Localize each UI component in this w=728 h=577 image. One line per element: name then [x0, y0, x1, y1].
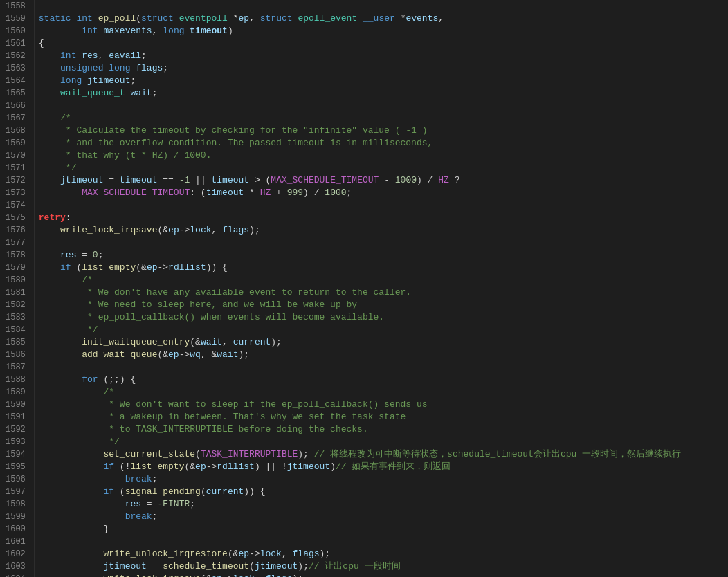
- line-content: jtimeout = timeout == -1 || timeout > (M…: [34, 174, 728, 187]
- code-line: 1560 int maxevents, long timeout): [0, 25, 728, 37]
- code-line: 1598 res = -EINTR;: [0, 498, 728, 511]
- line-number: 1599: [0, 511, 34, 523]
- line-content: /*: [34, 112, 728, 125]
- code-line: 1594 set_current_state(TASK_INTERRUPTIBL…: [0, 448, 728, 461]
- line-content: if (list_empty(&ep->rdllist)) {: [34, 262, 728, 274]
- code-line: 1587: [0, 361, 728, 374]
- code-line: 1571 */: [0, 162, 728, 174]
- code-line: 1581 * We don't have any available event…: [0, 286, 728, 299]
- code-line: 1599 break;: [0, 511, 728, 523]
- line-number: 1567: [0, 112, 34, 125]
- line-content: if (!list_empty(&ep->rdllist) || !jtimeo…: [34, 461, 728, 473]
- line-number: 1564: [0, 75, 34, 87]
- line-content: * ep_poll_callback() when events will be…: [34, 311, 728, 324]
- line-number: 1584: [0, 324, 34, 336]
- line-content: int maxevents, long timeout): [34, 25, 728, 37]
- line-content: static int ep_poll(struct eventpoll *ep,…: [34, 12, 728, 25]
- code-line: 1585 init_waitqueue_entry(&wait, current…: [0, 336, 728, 349]
- line-content: retry:: [34, 212, 728, 224]
- line-number: 1561: [0, 37, 34, 50]
- line-number: 1587: [0, 361, 34, 374]
- code-line: 1564 long jtimeout;: [0, 75, 728, 87]
- line-content: * We need to sleep here, and we will be …: [34, 299, 728, 311]
- line-number: 1579: [0, 262, 34, 274]
- line-number: 1588: [0, 374, 34, 386]
- code-line: 1595 if (!list_empty(&ep->rdllist) || !j…: [0, 461, 728, 473]
- line-content: write_lock_irqsave(&ep->lock, flags);: [34, 573, 728, 577]
- line-content: [34, 0, 728, 12]
- line-content: for (;;) {: [34, 374, 728, 386]
- line-number: 1560: [0, 25, 34, 37]
- code-line: 1588 for (;;) {: [0, 374, 728, 386]
- code-line: 1577: [0, 237, 728, 249]
- line-number: 1576: [0, 224, 34, 237]
- code-line: 1576 write_lock_irqsave(&ep->lock, flags…: [0, 224, 728, 237]
- line-content: unsigned long flags;: [34, 62, 728, 75]
- code-line: 1565 wait_queue_t wait;: [0, 87, 728, 100]
- line-content: [34, 361, 728, 374]
- line-content: [34, 237, 728, 249]
- line-content: write_unlock_irqrestore(&ep->lock, flags…: [34, 548, 728, 560]
- line-content: [34, 199, 728, 212]
- line-content: * a wakeup in between. That's why we set…: [34, 411, 728, 423]
- code-line: 1583 * ep_poll_callback() when events wi…: [0, 311, 728, 324]
- code-line: 1566: [0, 100, 728, 112]
- line-number: 1595: [0, 461, 34, 473]
- line-number: 1591: [0, 411, 34, 423]
- line-number: 1562: [0, 50, 34, 62]
- code-line: 1567 /*: [0, 112, 728, 125]
- code-line: 1575retry:: [0, 212, 728, 224]
- line-content: */: [34, 162, 728, 174]
- line-number: 1590: [0, 399, 34, 411]
- line-content: */: [34, 436, 728, 448]
- code-line: 1579 if (list_empty(&ep->rdllist)) {: [0, 262, 728, 274]
- line-content: * We don't want to sleep if the ep_poll_…: [34, 399, 728, 411]
- line-number: 1598: [0, 498, 34, 511]
- line-number: 1602: [0, 548, 34, 560]
- code-line: 1591 * a wakeup in between. That's why w…: [0, 411, 728, 423]
- line-number: 1573: [0, 187, 34, 199]
- code-line: 1559static int ep_poll(struct eventpoll …: [0, 12, 728, 25]
- line-content: break;: [34, 511, 728, 523]
- code-line: 1569 * and the overflow condition. The p…: [0, 137, 728, 149]
- line-number: 1603: [0, 560, 34, 573]
- line-number: 1601: [0, 535, 34, 548]
- line-number: 1569: [0, 137, 34, 149]
- line-number: 1583: [0, 311, 34, 324]
- code-line: 1561{: [0, 37, 728, 50]
- line-content: long jtimeout;: [34, 75, 728, 87]
- line-number: 1585: [0, 336, 34, 349]
- code-line: 1600 }: [0, 523, 728, 535]
- line-content: MAX_SCHEDULE_TIMEOUT: (timeout * HZ + 99…: [34, 187, 728, 199]
- line-number: 1578: [0, 249, 34, 262]
- line-number: 1593: [0, 436, 34, 448]
- line-content: if (signal_pending(current)) {: [34, 486, 728, 498]
- code-line: 1580 /*: [0, 274, 728, 286]
- line-content: }: [34, 523, 728, 535]
- line-number: 1558: [0, 0, 34, 12]
- line-content: */: [34, 324, 728, 336]
- line-number: 1566: [0, 100, 34, 112]
- line-content: break;: [34, 473, 728, 486]
- line-number: 1574: [0, 199, 34, 212]
- code-line: 1558: [0, 0, 728, 12]
- line-content: [34, 100, 728, 112]
- code-line: 1592 * to TASK_INTERRUPTIBLE before doin…: [0, 423, 728, 436]
- code-line: 1602 write_unlock_irqrestore(&ep->lock, …: [0, 548, 728, 560]
- code-line: 1573 MAX_SCHEDULE_TIMEOUT: (timeout * HZ…: [0, 187, 728, 199]
- line-number: 1577: [0, 237, 34, 249]
- line-content: /*: [34, 274, 728, 286]
- code-line: 1572 jtimeout = timeout == -1 || timeout…: [0, 174, 728, 187]
- line-content: add_wait_queue(&ep->wq, &wait);: [34, 349, 728, 361]
- line-number: 1568: [0, 125, 34, 137]
- code-line: 1562 int res, eavail;: [0, 50, 728, 62]
- code-line: 1601: [0, 535, 728, 548]
- code-line: 1593 */: [0, 436, 728, 448]
- line-content: res = -EINTR;: [34, 498, 728, 511]
- code-line: 1582 * We need to sleep here, and we wil…: [0, 299, 728, 311]
- code-line: 1604 write_lock_irqsave(&ep->lock, flags…: [0, 573, 728, 577]
- line-content: res = 0;: [34, 249, 728, 262]
- line-content: int res, eavail;: [34, 50, 728, 62]
- line-number: 1559: [0, 12, 34, 25]
- code-line: 1578 res = 0;: [0, 249, 728, 262]
